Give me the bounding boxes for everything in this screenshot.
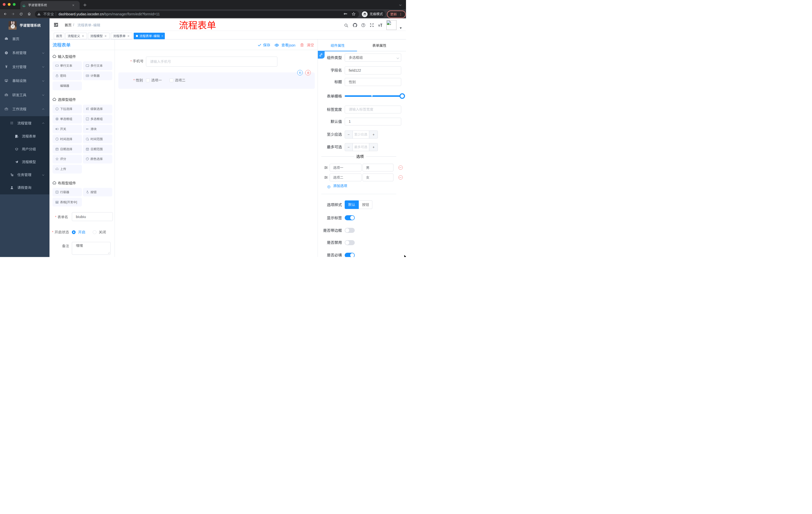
svg-text:123: 123 [86, 75, 88, 77]
